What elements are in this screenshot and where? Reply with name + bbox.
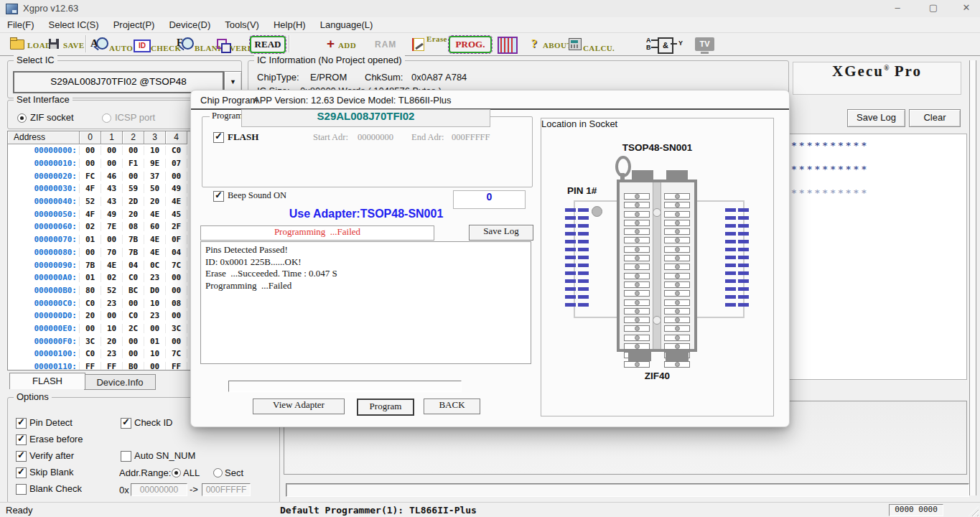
hex-byte[interactable]: 04 bbox=[166, 248, 187, 257]
hex-byte[interactable]: 4E bbox=[144, 248, 166, 257]
minimize-button[interactable]: – bbox=[885, 0, 910, 17]
load-icon[interactable] bbox=[10, 39, 24, 50]
menu-item-projectp[interactable]: Project(P) bbox=[106, 19, 162, 30]
hex-byte[interactable]: 4E bbox=[101, 261, 123, 270]
hex-byte[interactable]: 60 bbox=[144, 222, 166, 231]
tv-icon[interactable]: TV bbox=[695, 37, 714, 51]
hex-byte[interactable]: 4E bbox=[166, 197, 187, 206]
hex-byte[interactable]: 4F bbox=[80, 210, 101, 219]
add-icon[interactable]: + bbox=[327, 36, 335, 52]
hex-byte[interactable]: 43 bbox=[101, 184, 123, 193]
menu-item-selectics[interactable]: Select IC(S) bbox=[42, 19, 106, 30]
hex-byte[interactable]: 00 bbox=[123, 299, 144, 308]
prog-button[interactable]: PROG. bbox=[449, 36, 492, 53]
calcu-button[interactable]: CALCU. bbox=[583, 44, 615, 52]
hex-byte[interactable]: C0 bbox=[123, 311, 144, 320]
skip-blank-checkbox[interactable] bbox=[16, 467, 27, 478]
hex-byte[interactable]: 23 bbox=[144, 273, 166, 282]
tab-device-info[interactable]: Device.Info bbox=[84, 374, 156, 390]
hex-byte[interactable]: 00 bbox=[101, 159, 123, 168]
save-log-button[interactable]: Save Log bbox=[847, 109, 905, 127]
hex-byte[interactable]: 00 bbox=[101, 311, 123, 320]
hex-byte[interactable]: 23 bbox=[101, 349, 123, 358]
maximize-button[interactable]: ▢ bbox=[921, 0, 946, 17]
dialog-save-log-button[interactable]: Save Log bbox=[469, 225, 533, 241]
hex-byte[interactable]: 01 bbox=[80, 273, 101, 282]
about-icon[interactable]: ? bbox=[531, 37, 537, 50]
logic-gate-icon[interactable]: & bbox=[658, 37, 673, 54]
read-button[interactable]: READ bbox=[250, 36, 286, 53]
hex-byte[interactable]: 59 bbox=[123, 184, 144, 193]
hex-byte[interactable]: 4F bbox=[80, 184, 101, 193]
hex-byte[interactable]: 7B bbox=[123, 248, 144, 257]
menu-item-helph[interactable]: Help(H) bbox=[266, 19, 313, 30]
auto-button[interactable]: AUTO bbox=[109, 44, 133, 52]
hex-byte[interactable]: C0 bbox=[123, 273, 144, 282]
hex-byte[interactable]: 02 bbox=[80, 222, 101, 231]
hex-byte[interactable]: 04 bbox=[123, 261, 144, 270]
hex-byte[interactable]: 00 bbox=[123, 146, 144, 155]
hex-byte[interactable]: F1 bbox=[123, 159, 144, 168]
hex-byte[interactable]: 50 bbox=[144, 184, 166, 193]
hex-byte[interactable]: 46 bbox=[101, 172, 123, 181]
tab-flash[interactable]: FLASH bbox=[9, 373, 85, 389]
hex-byte[interactable]: 08 bbox=[166, 299, 187, 308]
range-from-input[interactable]: 00000000 bbox=[131, 483, 187, 496]
hex-byte[interactable]: 7B bbox=[80, 261, 101, 270]
verify-after-checkbox[interactable] bbox=[16, 451, 27, 462]
pin-detect-checkbox[interactable] bbox=[16, 418, 27, 429]
auto-magnifier-icon[interactable] bbox=[96, 37, 108, 50]
blank-magnifier-icon[interactable] bbox=[182, 37, 194, 50]
flash-checkbox[interactable] bbox=[213, 132, 224, 143]
hex-byte[interactable]: 01 bbox=[80, 235, 101, 244]
hex-byte[interactable]: 23 bbox=[101, 299, 123, 308]
save-button[interactable]: SAVE bbox=[63, 41, 85, 50]
vertical-scrollbar[interactable] bbox=[969, 60, 976, 495]
dialog-log-box[interactable]: Pins Detected Passed!ID: 0x0001 225B....… bbox=[200, 241, 531, 364]
hex-byte[interactable]: 00 bbox=[123, 349, 144, 358]
hex-byte[interactable]: C0 bbox=[80, 349, 101, 358]
hex-byte[interactable]: 00 bbox=[80, 146, 101, 155]
hex-byte[interactable]: 52 bbox=[101, 286, 123, 295]
hex-byte[interactable]: 00 bbox=[80, 324, 101, 333]
hex-byte[interactable]: FC bbox=[80, 172, 101, 181]
hex-byte[interactable]: 37 bbox=[144, 172, 166, 181]
calculator-icon[interactable] bbox=[569, 38, 582, 50]
hex-byte[interactable]: 23 bbox=[144, 311, 166, 320]
hex-byte[interactable]: 7E bbox=[101, 222, 123, 231]
verify-icon[interactable] bbox=[217, 39, 227, 49]
beep-checkbox[interactable] bbox=[213, 191, 224, 202]
hex-byte[interactable]: 7B bbox=[123, 235, 144, 244]
hex-byte[interactable]: 00 bbox=[144, 362, 166, 371]
hex-byte[interactable]: 9E bbox=[144, 159, 166, 168]
view-adapter-button[interactable]: View Adapter bbox=[253, 399, 345, 414]
hex-byte[interactable]: 02 bbox=[101, 273, 123, 282]
hex-byte[interactable]: 00 bbox=[80, 159, 101, 168]
hex-byte[interactable]: 00 bbox=[123, 337, 144, 346]
hex-byte[interactable]: FF bbox=[166, 362, 187, 371]
menu-item-languagel[interactable]: Language(L) bbox=[313, 19, 381, 30]
hex-byte[interactable]: 7C bbox=[166, 261, 187, 270]
hex-byte[interactable]: 45 bbox=[166, 210, 187, 219]
menu-item-filef[interactable]: File(F) bbox=[0, 19, 42, 30]
addr-range-all-radio[interactable] bbox=[172, 468, 181, 478]
clear-button[interactable]: Clear bbox=[909, 109, 961, 127]
hex-byte[interactable]: 4E bbox=[144, 210, 166, 219]
hex-byte[interactable]: C0 bbox=[166, 146, 187, 155]
hex-byte[interactable]: 00 bbox=[101, 235, 123, 244]
back-button[interactable]: BACK bbox=[424, 399, 480, 414]
hex-byte[interactable]: 00 bbox=[144, 324, 166, 333]
hex-byte[interactable]: 10 bbox=[144, 299, 166, 308]
add-button[interactable]: ADD bbox=[338, 41, 356, 50]
hex-byte[interactable]: 2F bbox=[166, 222, 187, 231]
hex-table-body[interactable]: 00000000:00000010C000000010:0000F19E0700… bbox=[8, 144, 192, 371]
zif-socket-radio[interactable] bbox=[17, 113, 27, 123]
hex-byte[interactable]: 20 bbox=[144, 197, 166, 206]
program-button[interactable]: Program bbox=[357, 399, 414, 416]
hex-byte[interactable]: FF bbox=[101, 362, 123, 371]
hex-byte[interactable]: 01 bbox=[144, 337, 166, 346]
hex-byte[interactable]: 49 bbox=[166, 184, 187, 193]
hex-byte[interactable]: 80 bbox=[80, 286, 101, 295]
hex-byte[interactable]: 00 bbox=[80, 248, 101, 257]
hex-byte[interactable]: 2D bbox=[123, 197, 144, 206]
